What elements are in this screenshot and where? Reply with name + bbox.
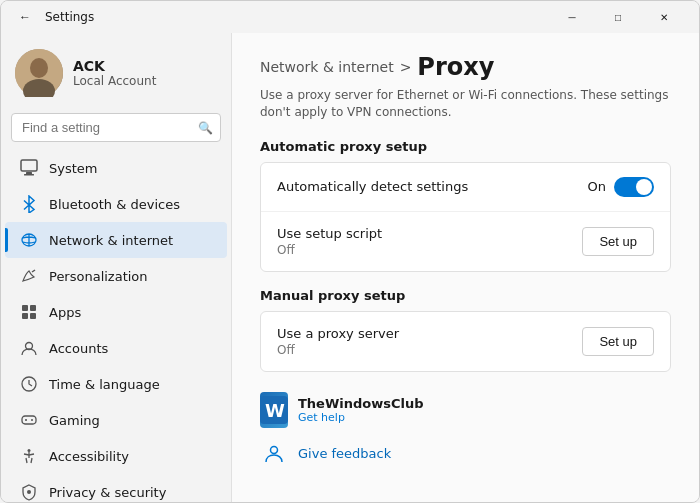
accessibility-icon: [19, 446, 39, 466]
window-controls: ─ □ ✕: [549, 1, 687, 33]
nav-label-gaming: Gaming: [49, 413, 100, 428]
breadcrumb-sep: >: [400, 59, 412, 75]
back-button[interactable]: ←: [13, 5, 37, 29]
svg-rect-4: [26, 172, 32, 174]
page-title: Proxy: [417, 53, 494, 81]
page-desc: Use a proxy server for Ethernet or Wi-Fi…: [260, 87, 671, 121]
nav-label-apps: Apps: [49, 305, 81, 320]
auto-detect-status: On: [588, 179, 606, 194]
nav-time[interactable]: Time & language: [5, 366, 227, 402]
restore-button[interactable]: □: [595, 1, 641, 33]
sidebar: ACK Local Account 🔍 System Blu: [1, 33, 231, 502]
privacy-icon: [19, 482, 39, 502]
twc-text: TheWindowsClub Get help: [298, 396, 424, 424]
twc-name: TheWindowsClub: [298, 396, 424, 411]
nav-label-accounts: Accounts: [49, 341, 108, 356]
nav-label-privacy: Privacy & security: [49, 485, 166, 500]
window-title: Settings: [45, 10, 94, 24]
auto-proxy-card: Automatically detect settings On Use set…: [260, 162, 671, 272]
manual-proxy-label: Use a proxy server: [277, 326, 399, 341]
minimize-button[interactable]: ─: [549, 1, 595, 33]
profile-section[interactable]: ACK Local Account: [1, 41, 231, 109]
svg-rect-7: [22, 305, 28, 311]
svg-rect-9: [22, 313, 28, 319]
feedback-icon: [260, 440, 288, 468]
profile-name: ACK: [73, 58, 156, 74]
profile-info: ACK Local Account: [73, 58, 156, 88]
time-icon: [19, 374, 39, 394]
manual-proxy-left: Use a proxy server Off: [277, 326, 399, 357]
nav-gaming[interactable]: Gaming: [5, 402, 227, 438]
system-icon: [19, 158, 39, 178]
network-icon: [19, 230, 39, 250]
svg-point-16: [31, 419, 33, 421]
nav-label-network: Network & internet: [49, 233, 173, 248]
setup-script-button[interactable]: Set up: [582, 227, 654, 256]
breadcrumb-parent[interactable]: Network & internet: [260, 59, 394, 75]
close-button[interactable]: ✕: [641, 1, 687, 33]
titlebar-left: ← Settings: [13, 5, 94, 29]
svg-point-19: [27, 490, 31, 494]
setup-script-row: Use setup script Off Set up: [261, 211, 670, 271]
nav-label-bluetooth: Bluetooth & devices: [49, 197, 180, 212]
svg-point-1: [30, 58, 48, 78]
twc-logo-icon: W: [260, 396, 288, 424]
footer-section: W TheWindowsClub Get help: [260, 388, 671, 476]
search-input[interactable]: [11, 113, 221, 142]
apps-icon: [19, 302, 39, 322]
nav-label-system: System: [49, 161, 97, 176]
svg-rect-10: [30, 313, 36, 319]
manual-proxy-status: Off: [277, 343, 399, 357]
auto-detect-label: Automatically detect settings: [277, 179, 468, 194]
search-box: 🔍: [11, 113, 221, 142]
manual-proxy-card: Use a proxy server Off Set up: [260, 311, 671, 372]
nav-label-personalization: Personalization: [49, 269, 148, 284]
personalization-icon: [19, 266, 39, 286]
auto-detect-left: Automatically detect settings: [277, 179, 468, 194]
svg-rect-8: [30, 305, 36, 311]
feedback-link[interactable]: Give feedback: [260, 432, 671, 476]
manual-proxy-button[interactable]: Set up: [582, 327, 654, 356]
nav-network[interactable]: Network & internet: [5, 222, 227, 258]
feedback-text: Give feedback: [298, 446, 391, 461]
setup-script-left: Use setup script Off: [277, 226, 382, 257]
auto-section-title: Automatic proxy setup: [260, 139, 671, 154]
twc-image: W: [260, 392, 288, 428]
nav-personalization[interactable]: Personalization: [5, 258, 227, 294]
manual-proxy-row: Use a proxy server Off Set up: [261, 312, 670, 371]
get-help-link[interactable]: W TheWindowsClub Get help: [260, 388, 671, 432]
avatar: [15, 49, 63, 97]
nav-label-time: Time & language: [49, 377, 160, 392]
twc-sub: Get help: [298, 411, 424, 424]
nav-accounts[interactable]: Accounts: [5, 330, 227, 366]
svg-rect-13: [22, 416, 36, 424]
nav-system[interactable]: System: [5, 150, 227, 186]
svg-rect-3: [21, 160, 37, 171]
settings-window: ← Settings ─ □ ✕ ACK L: [0, 0, 700, 503]
content-area: Network & internet > Proxy Use a proxy s…: [231, 33, 699, 502]
breadcrumb: Network & internet > Proxy: [260, 53, 671, 81]
svg-point-22: [271, 446, 278, 453]
search-icon: 🔍: [198, 121, 213, 135]
titlebar: ← Settings ─ □ ✕: [1, 1, 699, 33]
main-layout: ACK Local Account 🔍 System Blu: [1, 33, 699, 502]
svg-point-17: [28, 449, 31, 452]
nav-privacy[interactable]: Privacy & security: [5, 474, 227, 502]
nav-apps[interactable]: Apps: [5, 294, 227, 330]
nav-label-accessibility: Accessibility: [49, 449, 129, 464]
svg-line-6: [32, 270, 35, 272]
auto-detect-toggle[interactable]: [614, 177, 654, 197]
svg-text:W: W: [265, 400, 285, 421]
gaming-icon: [19, 410, 39, 430]
nav-bluetooth[interactable]: Bluetooth & devices: [5, 186, 227, 222]
accounts-icon: [19, 338, 39, 358]
nav-accessibility[interactable]: Accessibility: [5, 438, 227, 474]
svg-rect-5: [24, 174, 34, 176]
profile-type: Local Account: [73, 74, 156, 88]
auto-detect-row: Automatically detect settings On: [261, 163, 670, 211]
bluetooth-icon: [19, 194, 39, 214]
setup-script-status: Off: [277, 243, 382, 257]
manual-section-title: Manual proxy setup: [260, 288, 671, 303]
setup-script-label: Use setup script: [277, 226, 382, 241]
toggle-wrap: On: [588, 177, 654, 197]
